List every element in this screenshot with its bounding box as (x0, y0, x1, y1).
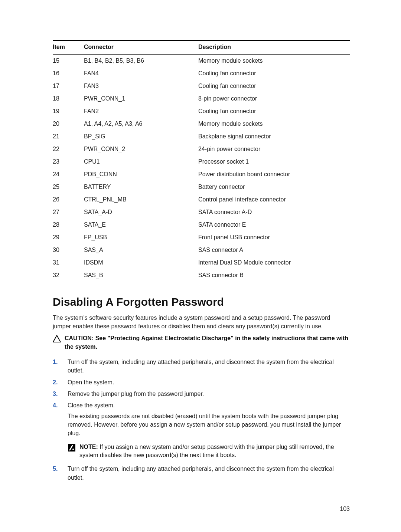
table-row: 25BATTERYBattery connector (53, 181, 350, 193)
table-cell-item: 27 (53, 206, 84, 219)
section-intro: The system's software security features … (53, 313, 350, 331)
table-cell-item: 20 (53, 118, 84, 130)
table-row: 28SATA_ESATA connector E (53, 219, 350, 231)
table-row: 29FP_USBFront panel USB connector (53, 231, 350, 244)
table-header-row: Item Connector Description (53, 40, 350, 55)
table-cell-item: 24 (53, 168, 84, 181)
table-row: 27SATA_A-DSATA connector A-D (53, 206, 350, 219)
table-cell-description: SATA connector A-D (198, 206, 350, 219)
step-text: Turn off the system, including any attac… (68, 359, 334, 374)
table-header-connector: Connector (84, 40, 198, 55)
table-cell-connector: IDSDM (84, 256, 198, 269)
table-cell-item: 15 (53, 55, 84, 68)
section-title: Disabling A Forgotten Password (53, 296, 350, 308)
table-cell-item: 19 (53, 105, 84, 118)
table-cell-connector: CPU1 (84, 155, 198, 168)
table-cell-connector: BP_SIG (84, 130, 198, 143)
table-row: 17FAN3Cooling fan connector (53, 80, 350, 92)
caution-callout: CAUTION: See "Protecting Against Electro… (53, 334, 350, 351)
caution-body: See "Protecting Against Electrostatic Di… (65, 335, 348, 349)
connectors-table: Item Connector Description 15B1, B4, B2,… (53, 40, 350, 282)
table-cell-item: 26 (53, 193, 84, 206)
table-row: 26CTRL_PNL_MBControl panel interface con… (53, 193, 350, 206)
step-number: 3. (53, 390, 58, 398)
table-cell-item: 16 (53, 67, 84, 80)
table-cell-connector: FP_USB (84, 231, 198, 244)
note-callout: NOTE: If you assign a new system and/or … (68, 443, 350, 460)
table-cell-connector: SAS_A (84, 244, 198, 256)
table-row: 30SAS_ASAS connector A (53, 244, 350, 256)
table-row: 23CPU1Processor socket 1 (53, 155, 350, 168)
table-cell-item: 23 (53, 155, 84, 168)
table-header-item: Item (53, 40, 84, 55)
note-body: If you assign a new system and/or setup … (79, 444, 334, 458)
table-cell-connector: BATTERY (84, 181, 198, 193)
table-row: 15B1, B4, B2, B5, B3, B6Memory module so… (53, 55, 350, 68)
table-row: 21BP_SIGBackplane signal connector (53, 130, 350, 143)
step-text: Turn off the system, including any attac… (68, 466, 334, 480)
table-cell-item: 22 (53, 143, 84, 155)
step-number: 2. (53, 378, 58, 387)
table-row: 18PWR_CONN_18-pin power connector (53, 92, 350, 105)
table-cell-item: 18 (53, 92, 84, 105)
table-cell-description: Power distribution board connector (198, 168, 350, 181)
step-text: Open the system. (68, 379, 114, 385)
note-icon (68, 444, 76, 452)
table-cell-connector: SAS_B (84, 269, 198, 282)
step-item: 3.Remove the jumper plug from the passwo… (53, 388, 350, 400)
table-cell-item: 31 (53, 256, 84, 269)
note-label: NOTE: (79, 444, 100, 450)
table-cell-description: SAS connector A (198, 244, 350, 256)
table-row: 31IDSDMInternal Dual SD Module connector (53, 256, 350, 269)
step-number: 5. (53, 464, 58, 473)
table-cell-connector: PWR_CONN_1 (84, 92, 198, 105)
step-text: Remove the jumper plug from the password… (68, 391, 204, 397)
svg-marker-0 (53, 335, 61, 342)
step-item: 5.Turn off the system, including any att… (53, 463, 350, 483)
table-row: 22PWR_CONN_224-pin power connector (53, 143, 350, 155)
table-cell-description: SATA connector E (198, 219, 350, 231)
table-row: 32SAS_BSAS connector B (53, 269, 350, 282)
table-cell-description: Cooling fan connector (198, 80, 350, 92)
table-row: 19FAN2Cooling fan connector (53, 105, 350, 118)
table-cell-description: Cooling fan connector (198, 67, 350, 80)
table-cell-description: 24-pin power connector (198, 143, 350, 155)
table-cell-item: 28 (53, 219, 84, 231)
table-cell-connector: FAN2 (84, 105, 198, 118)
table-cell-connector: FAN3 (84, 80, 198, 92)
document-page: Item Connector Description 15B1, B4, B2,… (0, 0, 401, 532)
step-number: 1. (53, 358, 58, 366)
table-cell-description: Cooling fan connector (198, 105, 350, 118)
table-row: 20A1, A4, A2, A5, A3, A6Memory module so… (53, 118, 350, 130)
table-cell-connector: CTRL_PNL_MB (84, 193, 198, 206)
table-cell-connector: B1, B4, B2, B5, B3, B6 (84, 55, 198, 68)
table-cell-description: Memory module sockets (198, 55, 350, 68)
note-text: NOTE: If you assign a new system and/or … (79, 443, 350, 460)
table-cell-description: Backplane signal connector (198, 130, 350, 143)
step-item: 4.Close the system.The existing password… (53, 400, 350, 463)
table-cell-connector: SATA_A-D (84, 206, 198, 219)
table-cell-description: Internal Dual SD Module connector (198, 256, 350, 269)
step-number: 4. (53, 401, 58, 410)
page-number: 103 (53, 506, 350, 512)
svg-point-2 (72, 449, 74, 450)
table-cell-description: SAS connector B (198, 269, 350, 282)
table-cell-description: 8-pin power connector (198, 92, 350, 105)
table-cell-description: Battery connector (198, 181, 350, 193)
table-cell-connector: SATA_E (84, 219, 198, 231)
table-cell-description: Control panel interface connector (198, 193, 350, 206)
step-item: 2.Open the system. (53, 377, 350, 388)
table-cell-item: 21 (53, 130, 84, 143)
step-item: 1.Turn off the system, including any att… (53, 356, 350, 376)
table-cell-item: 25 (53, 181, 84, 193)
table-header-description: Description (198, 40, 350, 55)
table-cell-item: 32 (53, 269, 84, 282)
table-cell-description: Memory module sockets (198, 118, 350, 130)
step-text: Close the system. (68, 402, 115, 408)
table-cell-item: 30 (53, 244, 84, 256)
table-row: 16FAN4Cooling fan connector (53, 67, 350, 80)
caution-icon (53, 335, 61, 342)
table-cell-connector: FAN4 (84, 67, 198, 80)
step-subtext: The existing passwords are not disabled … (68, 412, 350, 438)
table-cell-item: 17 (53, 80, 84, 92)
